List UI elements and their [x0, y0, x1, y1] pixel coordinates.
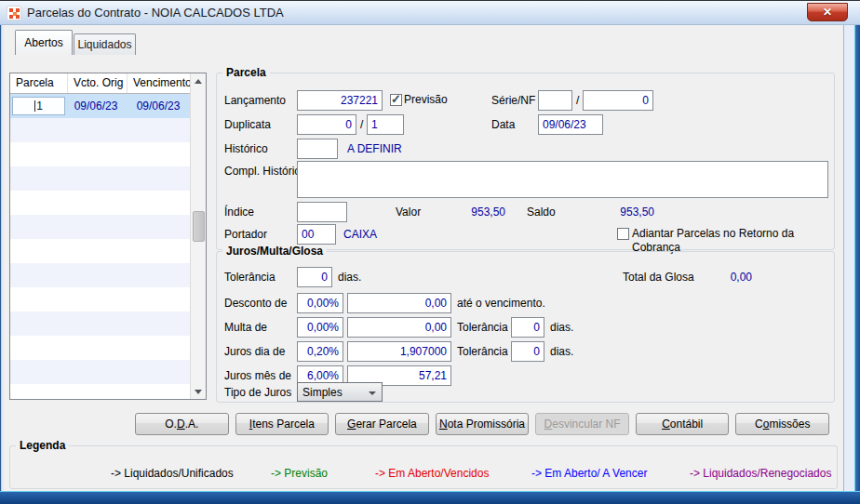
tolerancia-label: Tolerância [224, 267, 275, 287]
duplicata-slash: / [360, 114, 363, 135]
multa-valor-input[interactable] [347, 317, 451, 338]
portador-input[interactable] [297, 224, 336, 245]
scroll-down-button[interactable] [191, 384, 206, 399]
chevron-down-icon [369, 391, 376, 395]
dialog-content: Abertos Liquidados Parcela Vcto. Orig Ve… [4, 25, 843, 491]
serie-input[interactable] [538, 90, 572, 111]
tipo-juros-value: Simples [302, 386, 343, 399]
parcela-cell-editor[interactable]: 1 [12, 97, 65, 115]
parcela-groupbox: Parcela Lançamento Previsão Série/NF / D… [216, 73, 835, 250]
text-caret [34, 100, 35, 112]
nf-input[interactable] [583, 90, 653, 111]
nota-promissoria-button[interactable]: Nota Promissória [436, 413, 530, 435]
valor-label: Valor [396, 202, 421, 222]
dialog-window: Parcelas do Contrato - NOIA CALCADOS LTD… [0, 0, 860, 504]
juros-group-title: Juros/Multa/Glosa [222, 245, 327, 258]
arrow-up-icon [195, 79, 202, 84]
desconto-label: Desconto de [224, 293, 287, 313]
tolerancia-dias-label: dias. [338, 267, 361, 287]
titlebar: Parcelas do Contrato - NOIA CALCADOS LTD… [0, 0, 860, 25]
tolerancia-input[interactable] [297, 267, 332, 287]
gerar-parcela-button[interactable]: Gerar Parcela [335, 413, 429, 435]
empty-rows [10, 118, 191, 399]
juros-dia-valor-input[interactable] [347, 341, 451, 362]
comissoes-button[interactable]: Comissões [735, 413, 829, 435]
oda-button[interactable]: O.D.A. [135, 413, 229, 435]
lancamento-input[interactable] [297, 90, 383, 111]
total-glosa-value: 0,00 [682, 267, 752, 287]
previsao-checkbox[interactable] [390, 94, 402, 106]
vcto-orig-cell[interactable]: 09/06/23 [65, 99, 127, 113]
previsao-label: Previsão [404, 93, 448, 107]
table-scrollbar[interactable] [190, 73, 206, 399]
valor-value: 953,50 [431, 202, 505, 222]
column-header-parcela[interactable]: Parcela [10, 73, 68, 93]
indice-input[interactable] [297, 202, 347, 222]
data-label: Data [491, 114, 515, 135]
close-button[interactable]: ✕ [807, 3, 848, 21]
tab-liquidados[interactable]: Liquidados [74, 33, 136, 55]
serie-nf-label: Série/NF [491, 90, 535, 111]
saldo-value: 953,50 [580, 202, 654, 222]
historico-input[interactable] [297, 139, 338, 159]
contabil-button[interactable]: Contábil [636, 413, 730, 435]
parcelas-table[interactable]: Parcela Vcto. Orig Vencimento 1 09/06/23… [9, 73, 207, 400]
data-input[interactable] [538, 114, 603, 135]
duplicata-label: Duplicata [224, 114, 271, 135]
juros-dia-pct-input[interactable] [297, 341, 343, 362]
desconto-valor-input[interactable] [347, 293, 451, 313]
legend-previsao: -> Previsão [271, 467, 328, 480]
window-border-bottom [0, 491, 860, 504]
adiantar-checkbox[interactable] [617, 228, 629, 240]
indice-label: Índice [224, 202, 254, 222]
juros-dia-label: Juros dia de [224, 341, 285, 362]
legend-em-aberto-a-vencer: -> Em Aberto/ A Vencer [531, 467, 647, 480]
parcela-group-title: Parcela [222, 66, 270, 79]
window-title: Parcelas do Contrato - NOIA CALCADOS LTD… [27, 6, 284, 20]
desconto-suffix-label: até o vencimento. [457, 293, 545, 313]
table-header: Parcela Vcto. Orig Vencimento [10, 73, 191, 94]
window-border-right [843, 25, 860, 491]
tipo-juros-dropdown[interactable]: Simples [297, 382, 383, 402]
app-icon [7, 6, 21, 20]
action-button-row: O.D.A. Itens Parcela Gerar Parcela Nota … [135, 413, 829, 435]
historico-label: Histórico [224, 139, 268, 159]
legend-liquidados-unificados: -> Liquidados/Unificados [111, 467, 234, 480]
juros-dia-dias-label: dias. [550, 341, 573, 362]
arrow-down-icon [195, 390, 202, 394]
portador-label: Portador [224, 224, 267, 245]
tab-abertos[interactable]: Abertos [15, 30, 73, 55]
juros-dia-tolerancia-input[interactable] [511, 341, 544, 362]
duplicata-input[interactable] [297, 114, 356, 135]
multa-pct-input[interactable] [297, 317, 343, 338]
column-header-vcto-orig[interactable]: Vcto. Orig [68, 73, 128, 93]
compl-historico-label: Compl. Histórico [224, 161, 306, 181]
compl-historico-textarea[interactable] [297, 161, 828, 198]
desconto-pct-input[interactable] [297, 293, 343, 313]
saldo-label: Saldo [527, 202, 556, 222]
itens-parcela-button[interactable]: Itens Parcela [235, 413, 329, 435]
duplicata-seq-input[interactable] [367, 114, 404, 135]
multa-tolerancia-label: Tolerância [457, 317, 508, 338]
desvincular-nf-button: Desvincular NF [535, 413, 629, 435]
legend-liquidados-renegociados: -> Liquidados/Renegociados [690, 467, 831, 480]
vencimento-cell[interactable]: 09/06/23 [127, 99, 190, 113]
historico-desc: A DEFINIR [347, 139, 402, 159]
table-row[interactable]: 1 09/06/23 09/06/23 [10, 94, 191, 118]
multa-tolerancia-input[interactable] [511, 317, 544, 338]
legend-em-aberto-vencidos: -> Em Aberto/Vencidos [375, 467, 489, 480]
legend-title: Legenda [16, 439, 69, 452]
multa-label: Multa de [224, 317, 267, 338]
scroll-up-button[interactable] [191, 73, 206, 88]
serie-nf-slash: / [576, 90, 579, 111]
scrollbar-thumb[interactable] [193, 211, 205, 242]
portador-desc: CAIXA [343, 224, 377, 245]
legend-groupbox: Legenda -> Liquidados/Unificados -> Prev… [9, 445, 838, 489]
juros-dia-tolerancia-label: Tolerância [457, 341, 508, 362]
adiantar-label: Adiantar Parcelas no Retorno da Cobrança [632, 227, 834, 241]
lancamento-label: Lançamento [224, 90, 286, 111]
column-header-vencimento[interactable]: Vencimento [128, 73, 191, 93]
tipo-juros-label: Tipo de Juros [224, 382, 291, 403]
juros-groupbox: Juros/Multa/Glosa Tolerância dias. Total… [216, 251, 835, 403]
multa-dias-label: dias. [550, 317, 573, 338]
